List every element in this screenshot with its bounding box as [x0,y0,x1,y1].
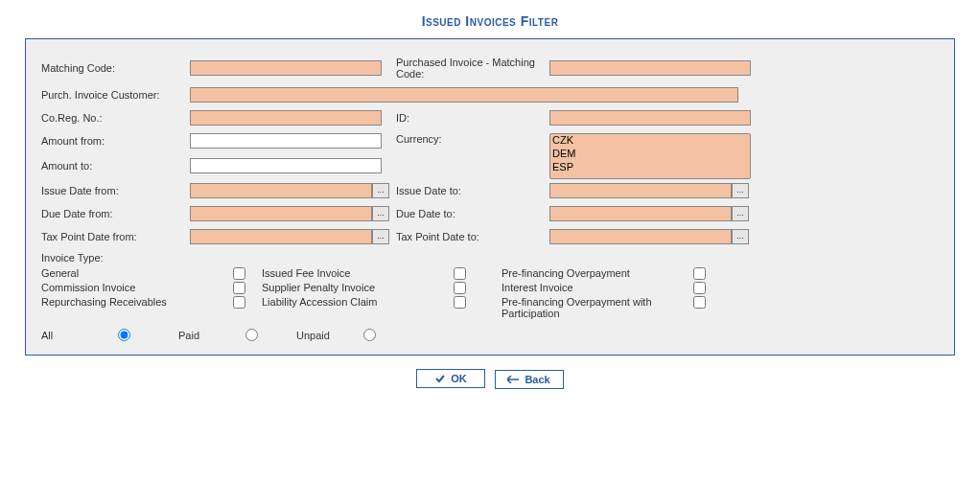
calendar-icon[interactable]: ... [372,183,389,198]
filter-panel: Matching Code: Purchased Invoice - Match… [25,38,955,356]
paid-radio[interactable] [245,329,258,341]
label-issue-date-from: Issue Date from: [41,185,190,196]
supplier-penalty-checkbox[interactable] [454,282,466,294]
label-currency: Currency: [396,133,549,145]
label-due-date-to: Due Date to: [396,208,549,219]
label-coreg-no: Co.Reg. No.: [41,112,190,124]
calendar-icon[interactable]: ... [372,229,389,244]
all-radio[interactable] [118,329,130,341]
label-paid: Paid [178,330,245,341]
label-liability-accession: Liability Accession Claim [262,296,454,308]
due-date-to-input[interactable] [549,206,732,221]
purchased-matching-code-input[interactable] [549,60,751,76]
calendar-icon[interactable]: ... [732,229,749,244]
label-prefin-overpay-part: Pre-financing Overpayment with Participa… [502,296,693,319]
unpaid-radio[interactable] [363,329,376,341]
calendar-icon[interactable]: ... [732,183,749,198]
label-interest: Interest Invoice [502,282,693,293]
label-supplier-penalty: Supplier Penalty Invoice [262,282,454,293]
currency-option[interactable]: ESP [550,161,750,174]
label-issued-fee: Issued Fee Invoice [262,267,454,279]
label-all: All [41,330,118,341]
label-repurchasing: Repurchasing Receivables [41,296,233,308]
matching-code-input[interactable] [190,60,382,76]
label-id: ID: [396,112,549,124]
general-checkbox[interactable] [233,267,245,280]
id-input[interactable] [549,110,751,126]
label-commission: Commission Invoice [41,282,233,293]
ok-button[interactable]: OK [416,369,485,388]
button-bar: OK Back [0,369,980,389]
coreg-no-input[interactable] [190,110,382,126]
back-button-label: Back [525,374,549,385]
calendar-icon[interactable]: ... [732,206,749,221]
back-button[interactable]: Back [495,370,564,389]
issue-date-to-input[interactable] [549,183,732,198]
label-tax-point-from: Tax Point Date from: [41,231,190,242]
tax-point-to-input[interactable] [549,229,732,244]
check-icon [435,374,445,383]
label-tax-point-to: Tax Point Date to: [396,231,549,242]
label-matching-code: Matching Code: [41,62,190,74]
arrow-left-icon [507,376,519,383]
label-due-date-from: Due Date from: [41,208,190,219]
label-invoice-type: Invoice Type: [41,252,939,264]
repurchasing-checkbox[interactable] [233,296,245,309]
amount-from-input[interactable] [190,133,382,149]
label-unpaid: Unpaid [296,330,363,341]
label-prefin-overpay: Pre-financing Overpayment [502,267,693,279]
label-amount-from: Amount from: [41,135,190,147]
ok-button-label: OK [451,373,467,384]
interest-checkbox[interactable] [693,282,706,294]
label-purch-invoice-customer: Purch. Invoice Customer: [41,89,190,101]
calendar-icon[interactable]: ... [372,206,389,221]
liability-accession-checkbox[interactable] [454,296,466,309]
prefin-overpay-part-checkbox[interactable] [693,296,706,309]
currency-select[interactable]: CZK DEM ESP [549,133,751,179]
tax-point-from-input[interactable] [190,229,372,244]
due-date-from-input[interactable] [190,206,372,221]
currency-option[interactable]: DEM [550,148,750,161]
issue-date-from-input[interactable] [190,183,372,198]
prefin-overpay-checkbox[interactable] [693,267,706,280]
page-title: Issued Invoices Filter [0,13,980,29]
purch-invoice-customer-input[interactable] [190,87,738,103]
label-amount-to: Amount to: [41,160,190,172]
currency-option[interactable]: CZK [550,134,750,148]
amount-to-input[interactable] [190,158,382,173]
issued-fee-checkbox[interactable] [454,267,466,280]
commission-checkbox[interactable] [233,282,245,294]
label-issue-date-to: Issue Date to: [396,185,549,196]
label-general: General [41,267,233,279]
label-purchased-matching-code: Purchased Invoice - Matching Code: [396,57,549,80]
